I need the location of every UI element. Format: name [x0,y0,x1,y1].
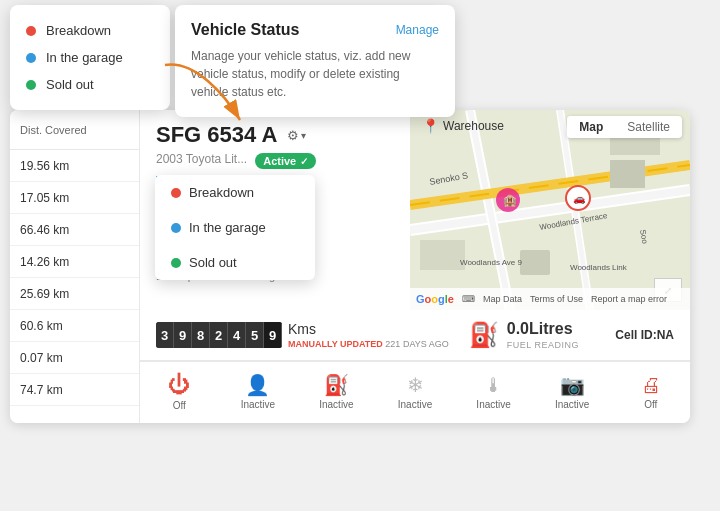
dist-item-3: 14.26 km [10,246,139,278]
power-icon: ⏻ [168,374,190,396]
icon-printer[interactable]: 🖨 Off [611,371,690,414]
power-label: Off [173,400,186,411]
stats-bar: 3 9 8 2 4 5 9 Kms MANUALLY UPDATED 221 D… [140,310,690,361]
google-logo: Google [416,293,454,305]
odometer: 3 9 8 2 4 5 9 Kms MANUALLY UPDATED 221 D… [156,321,449,349]
gear-settings-button[interactable]: ⚙ ▾ [287,128,306,143]
camera-label: Inactive [555,399,589,410]
icon-fuel[interactable]: ⛽ Inactive [297,371,376,414]
update-label: MANUALLY UPDATED 221 DAYS AGO [288,339,449,349]
map-pin-icon: 📍 [422,118,439,134]
icon-power[interactable]: ⏻ Off [140,370,219,415]
digit-3: 2 [210,322,228,348]
bottom-icons-bar: ⏻ Off 👤 Inactive ⛽ Inactive ❄ Inactive 🌡 [140,361,690,423]
dropdown-garage[interactable]: In the garage [155,210,315,245]
icon-driver[interactable]: 👤 Inactive [219,371,298,414]
terms-label[interactable]: Terms of Use [530,294,583,304]
map-location-header: 📍 Warehouse [422,118,504,134]
vehicle-status-header: Vehicle Status Manage [191,21,439,39]
map-container[interactable]: Senoko S Woodlands Ave 9 Woodlands Terra… [410,110,690,310]
camera-icon: 📷 [560,375,585,395]
driver-label: Inactive [241,399,275,410]
dropdown-soldout[interactable]: Sold out [155,245,315,280]
dropdown-soldout-label: Sold out [189,255,237,270]
svg-rect-10 [420,240,465,270]
legend-item-breakdown: Breakdown [26,17,154,44]
dist-item-1: 17.05 km [10,182,139,214]
dist-item-5: 60.6 km [10,310,139,342]
digit-4: 4 [228,322,246,348]
ac-label: Inactive [398,399,432,410]
odometer-digits: 3 9 8 2 4 5 9 [156,322,282,348]
dist-item-6: 0.07 km [10,342,139,374]
map-location-label: Warehouse [443,119,504,133]
legend-item-soldout: Sold out [26,71,154,98]
ac-icon: ❄ [407,375,424,395]
temp-icon: 🌡 [484,375,504,395]
status-legend-card: Breakdown In the garage Sold out [10,5,170,110]
svg-text:Woodlands Link: Woodlands Link [570,263,628,272]
fuel-bottom-label: Inactive [319,399,353,410]
arrow-annotation [155,55,255,135]
digit-2: 8 [192,322,210,348]
cell-info: Cell ID:NA [615,328,674,342]
status-dropdown: Breakdown In the garage Sold out [155,175,315,280]
digit-6: 9 [264,322,282,348]
fuel-info: 0.0Litres FUEL READING [507,320,579,350]
digit-5: 5 [246,322,264,348]
map-google-bar: Google ⌨ Map Data Terms of Use Report a … [410,288,690,310]
svg-text:Woodlands Ave 9: Woodlands Ave 9 [460,258,523,267]
dropdown-breakdown-dot [171,188,181,198]
legend-item-garage: In the garage [26,44,154,71]
dist-item-7: 74.7 km [10,374,139,406]
digit-0: 3 [156,322,174,348]
gear-dropdown-icon: ▾ [301,130,306,141]
legend-breakdown-label: Breakdown [46,23,111,38]
manage-link[interactable]: Manage [396,23,439,37]
kms-label: Kms [288,321,449,337]
main-card: Dist. Covered 19.56 km 17.05 km 66.46 km… [10,110,690,423]
fuel-value: 0.0Litres [507,320,579,338]
temp-label: Inactive [476,399,510,410]
fuel-icon: ⛽ [469,321,499,349]
map-keyboard-icon: ⌨ [462,294,475,304]
vehicle-model: 2003 Toyota Lit... [156,152,247,166]
vehicle-status-title: Vehicle Status [191,21,300,39]
dropdown-garage-dot [171,223,181,233]
legend-soldout-label: Sold out [46,77,94,92]
dist-header: Dist. Covered [10,110,139,150]
gear-icon: ⚙ [287,128,299,143]
svg-rect-13 [610,160,645,188]
svg-text:🏨: 🏨 [503,193,517,207]
driver-icon: 👤 [245,375,270,395]
tab-satellite[interactable]: Satellite [615,116,682,138]
dropdown-soldout-dot [171,258,181,268]
left-panel: Dist. Covered 19.56 km 17.05 km 66.46 km… [10,110,140,423]
dist-item-0: 19.56 km [10,150,139,182]
map-background: Senoko S Woodlands Ave 9 Woodlands Terra… [410,110,690,310]
printer-icon: 🖨 [641,375,661,395]
dropdown-garage-label: In the garage [189,220,266,235]
dist-item-2: 66.46 km [10,214,139,246]
icon-camera[interactable]: 📷 Inactive [533,371,612,414]
dropdown-breakdown-label: Breakdown [189,185,254,200]
digit-1: 9 [174,322,192,348]
icon-temp[interactable]: 🌡 Inactive [454,371,533,414]
active-status-badge[interactable]: Active [255,153,316,169]
garage-dot [26,53,36,63]
report-error-label[interactable]: Report a map error [591,294,667,304]
fuel-section: ⛽ 0.0Litres FUEL READING [469,320,579,350]
fuel-label: FUEL READING [507,340,579,350]
svg-text:🚗: 🚗 [573,192,586,205]
dropdown-breakdown[interactable]: Breakdown [155,175,315,210]
breakdown-dot [26,26,36,36]
icon-ac[interactable]: ❄ Inactive [376,371,455,414]
dist-item-4: 25.69 km [10,278,139,310]
svg-rect-11 [520,250,550,275]
map-area: Senoko S Woodlands Ave 9 Woodlands Terra… [410,110,690,310]
fuel-bottom-icon: ⛽ [324,375,349,395]
soldout-dot [26,80,36,90]
map-data-label: Map Data [483,294,522,304]
legend-garage-label: In the garage [46,50,123,65]
tab-map[interactable]: Map [567,116,615,138]
